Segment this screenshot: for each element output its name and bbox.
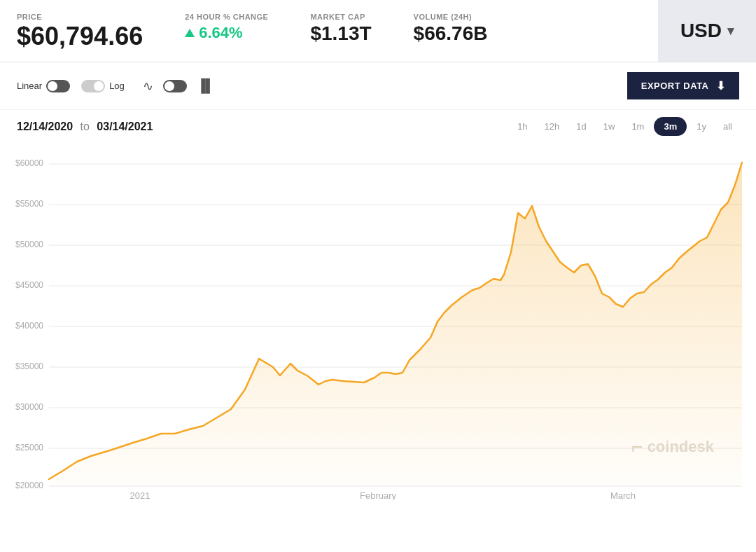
date-to: to — [80, 120, 90, 132]
scale-toggle-log[interactable]: Log — [81, 80, 125, 92]
svg-text:$60000: $60000 — [15, 158, 43, 168]
svg-text:$55000: $55000 — [15, 199, 43, 209]
price-value: $60,794.66 — [17, 24, 143, 49]
time-btn-1h[interactable]: 1h — [510, 117, 534, 136]
volume-label: VOLUME (24H) — [414, 13, 488, 21]
date-time-bar: 12/14/2020 to 03/14/2021 1h 12h 1d 1w 1m… — [0, 110, 756, 143]
time-btn-1m[interactable]: 1m — [624, 117, 651, 136]
svg-text:$20000: $20000 — [15, 481, 43, 490]
price-block: PRICE $60,794.66 — [17, 13, 143, 49]
change-block: 24 HOUR % CHANGE 6.64% — [185, 13, 268, 42]
time-btn-12h[interactable]: 12h — [538, 117, 567, 136]
svg-text:$40000: $40000 — [15, 321, 43, 331]
svg-text:$35000: $35000 — [15, 361, 43, 371]
chart-controls-left: Linear Log ∿ ▐▌ — [17, 78, 214, 94]
log-label: Log — [109, 81, 125, 91]
export-data-button[interactable]: EXPORT DATA ⬇ — [627, 72, 739, 99]
change-value: 6.64% — [185, 24, 268, 42]
coindesk-bracket-icon: ⌐ — [631, 436, 643, 458]
chart-type-icons: ∿ ▐▌ — [143, 78, 215, 94]
linear-label: Linear — [17, 81, 42, 91]
volume-value: $66.76B — [414, 24, 488, 43]
svg-text:February: February — [360, 490, 397, 500]
linear-toggle-switch[interactable] — [46, 80, 70, 92]
scale-toggle-linear[interactable]: Linear — [17, 80, 70, 92]
time-btn-all[interactable]: all — [716, 117, 739, 136]
svg-text:2021: 2021 — [130, 490, 150, 500]
currency-selector[interactable]: USD ▾ — [658, 0, 756, 62]
chart-type-toggle[interactable] — [163, 80, 187, 92]
export-label: EXPORT DATA — [641, 81, 709, 91]
svg-text:$45000: $45000 — [15, 280, 43, 290]
up-arrow-icon — [185, 29, 195, 37]
price-label: PRICE — [17, 13, 143, 21]
volume-block: VOLUME (24H) $66.76B — [414, 13, 488, 43]
date-range: 12/14/2020 to 03/14/2021 — [17, 120, 153, 133]
change-number: 6.64% — [199, 24, 242, 42]
chart-container: $60000 $55000 $50000 $45000 $40000 $3500… — [0, 143, 756, 500]
line-chart-icon[interactable]: ∿ — [143, 78, 153, 94]
marketcap-value: $1.13T — [310, 24, 371, 43]
chart-controls-bar: Linear Log ∿ ▐▌ EXPORT DATA ⬇ — [0, 62, 756, 110]
date-start: 12/14/2020 — [17, 120, 73, 132]
time-btn-1d[interactable]: 1d — [569, 117, 593, 136]
time-btn-1w[interactable]: 1w — [596, 117, 622, 136]
log-toggle-switch[interactable] — [81, 80, 105, 92]
svg-text:March: March — [610, 490, 636, 500]
currency-value: USD — [680, 20, 722, 42]
header: PRICE $60,794.66 24 HOUR % CHANGE 6.64% … — [0, 0, 756, 62]
download-icon: ⬇ — [716, 79, 726, 92]
time-btn-1y[interactable]: 1y — [690, 117, 713, 136]
coindesk-watermark: ⌐ coindesk — [631, 436, 714, 458]
marketcap-block: MARKET CAP $1.13T — [310, 13, 371, 43]
dropdown-arrow-icon: ▾ — [727, 23, 734, 39]
svg-text:$50000: $50000 — [15, 240, 43, 249]
svg-text:$30000: $30000 — [15, 402, 43, 412]
date-end: 03/14/2021 — [97, 120, 153, 132]
svg-text:$25000: $25000 — [15, 443, 43, 453]
header-stats: PRICE $60,794.66 24 HOUR % CHANGE 6.64% … — [0, 0, 658, 62]
time-buttons: 1h 12h 1d 1w 1m 3m 1y all — [510, 117, 739, 136]
bar-chart-icon[interactable]: ▐▌ — [197, 78, 215, 93]
time-btn-3m[interactable]: 3m — [654, 117, 687, 136]
marketcap-label: MARKET CAP — [310, 13, 371, 21]
coindesk-text: coindesk — [648, 438, 714, 456]
change-label: 24 HOUR % CHANGE — [185, 13, 268, 21]
